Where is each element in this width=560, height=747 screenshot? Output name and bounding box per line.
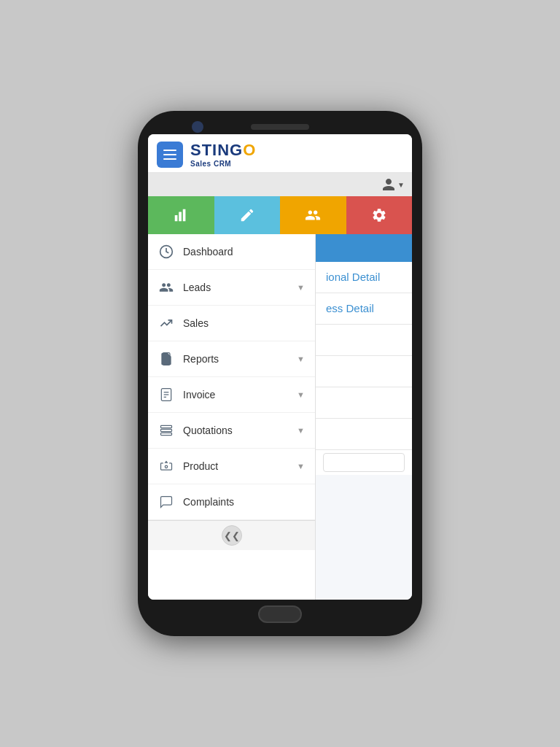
invoice-icon [158,387,174,403]
hamburger-line-3 [163,158,176,160]
settings-icon [371,207,387,223]
section-4 [316,356,412,387]
tile-edit-button[interactable] [214,196,281,234]
nav-item-quotations-label: Quotations [183,425,288,436]
reports-chevron-icon: ▼ [297,355,305,363]
main-content-area: ional Detail ess Detail [316,234,412,600]
toolbar-bar: ▼ [148,173,412,196]
nav-item-dashboard[interactable]: Dashboard [148,234,315,270]
logo-sting: STING [190,141,243,159]
business-detail-link[interactable]: ess Detail [326,302,374,314]
back-icon: ❮❮ [224,530,240,541]
chart-icon [173,207,189,223]
nav-item-complaints-label: Complaints [183,496,305,508]
business-detail-section[interactable]: ess Detail [316,293,412,325]
nav-item-product[interactable]: Product ▼ [148,449,315,484]
nav-item-reports-label: Reports [183,353,288,365]
nav-item-sales-label: Sales [183,317,305,329]
section-3 [316,325,412,356]
svg-marker-9 [165,461,168,463]
quotations-icon [158,422,174,438]
nav-menu: Dashboard Leads ▼ Sales [148,234,316,600]
nav-item-complaints[interactable]: Complaints [148,484,315,520]
section-5 [316,387,412,419]
complaints-icon [158,494,174,510]
dashboard-icon [158,244,174,260]
tile-analytics-button[interactable] [148,196,214,234]
leads-icon [158,279,174,295]
phone-top-bar [148,124,412,130]
logo-o: O [243,141,256,159]
icon-tiles-row [148,196,412,234]
tile-settings-button[interactable] [346,196,413,234]
invoice-chevron-icon: ▼ [297,390,305,399]
phone-speaker [251,124,309,130]
nav-item-invoice[interactable]: Invoice ▼ [148,377,315,413]
product-chevron-icon: ▼ [297,462,305,471]
nav-item-reports[interactable]: Reports ▼ [148,341,315,377]
phone-camera [192,121,203,133]
sales-icon [158,315,174,331]
phone-home-button [258,605,302,623]
logo: STINGO Sales CRM [190,142,256,167]
logo-subtitle: Sales CRM [190,160,256,168]
nav-item-quotations[interactable]: Quotations ▼ [148,413,315,449]
nav-item-sales[interactable]: Sales [148,306,315,341]
tile-contacts-button[interactable] [280,196,346,234]
svg-rect-7 [161,429,172,431]
svg-rect-6 [161,425,172,427]
back-button-row: ❮❮ [148,520,315,550]
reports-icon [158,351,174,367]
section-6 [316,419,412,450]
product-icon [158,458,174,474]
svg-rect-8 [161,433,172,435]
user-icon [381,177,396,192]
nav-item-leads[interactable]: Leads ▼ [148,270,315,306]
user-chevron-icon: ▼ [397,181,405,189]
screen-header: STINGO Sales CRM [148,134,412,173]
svg-point-10 [165,465,167,468]
hamburger-button[interactable] [157,142,183,168]
phone-frame: STINGO Sales CRM ▼ [138,111,422,636]
logo-text: STINGO [190,142,256,159]
nav-item-product-label: Product [183,460,288,472]
nav-item-dashboard-label: Dashboard [183,246,305,258]
main-blue-header [316,234,412,262]
screen-body: Dashboard Leads ▼ Sales [148,234,412,600]
nav-item-invoice-label: Invoice [183,389,288,400]
hamburger-line-2 [163,154,176,155]
user-menu-button[interactable]: ▼ [381,177,405,192]
bottom-input-field[interactable] [323,453,405,472]
hamburger-line-1 [163,150,176,151]
phone-screen: STINGO Sales CRM ▼ [148,134,412,600]
quotations-chevron-icon: ▼ [297,426,305,435]
edit-icon [239,207,255,223]
back-button[interactable]: ❮❮ [222,525,242,546]
personal-detail-section[interactable]: ional Detail [316,262,412,293]
leads-chevron-icon: ▼ [297,283,305,292]
bottom-input-row [316,450,412,475]
contacts-icon [305,207,321,223]
nav-item-leads-label: Leads [183,282,288,293]
personal-detail-link[interactable]: ional Detail [326,271,380,283]
